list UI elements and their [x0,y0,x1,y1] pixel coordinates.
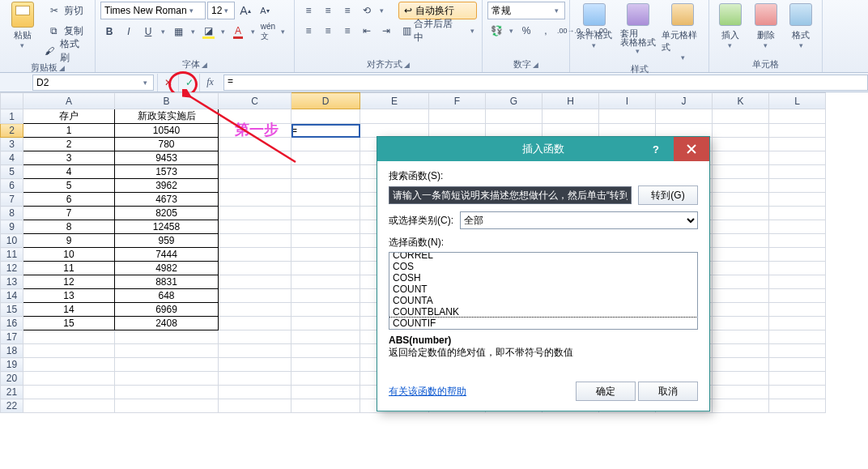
cell-H2[interactable] [542,124,599,138]
cell-D3[interactable] [291,138,360,151]
cell-I1[interactable] [599,109,656,124]
cell-K4[interactable] [713,151,769,165]
cell-B5[interactable]: 1573 [115,165,219,179]
cell-B9[interactable]: 12458 [115,220,219,234]
col-header-B[interactable]: B [115,93,219,109]
cell-C19[interactable] [219,358,291,372]
cell-A15[interactable]: 14 [23,303,115,317]
border-button[interactable]: ▦ [169,23,187,41]
cell-L4[interactable] [769,151,826,165]
cell-L2[interactable] [769,124,826,138]
underline-button[interactable]: U [139,23,157,41]
col-header-E[interactable]: E [360,93,429,109]
cell-L9[interactable] [769,220,826,234]
cell-D20[interactable] [291,372,360,386]
cell-A2[interactable]: 1 [23,124,115,138]
cell-K10[interactable] [713,234,769,248]
cell-D16[interactable] [291,317,360,330]
cell-A20[interactable] [23,372,115,386]
cell-C18[interactable] [219,344,291,358]
row-header-4[interactable]: 4 [1,151,23,165]
paste-button[interactable]: 粘贴 ▾ [5,2,40,49]
cell-A19[interactable] [23,358,115,372]
cell-C22[interactable] [219,399,291,413]
cell-B16[interactable]: 2408 [115,317,219,330]
cell-K20[interactable] [713,372,769,386]
cell-B13[interactable]: 8831 [115,275,219,289]
cell-K16[interactable] [713,317,769,330]
cell-D9[interactable] [291,220,360,234]
cell-D15[interactable] [291,303,360,317]
cell-G2[interactable] [486,124,542,138]
row-header-12[interactable]: 12 [1,262,23,275]
cell-C13[interactable] [219,275,291,289]
cell-K12[interactable] [713,262,769,275]
cell-L19[interactable] [769,358,826,372]
cell-C10[interactable] [219,234,291,248]
merge-center-button[interactable]: ▥ 合并后居中 [398,22,466,40]
cut-button[interactable]: ✂ 剪切 [44,2,90,19]
grow-font-button[interactable]: A▴ [236,2,254,19]
cell-A4[interactable]: 3 [23,151,115,165]
function-item-correl[interactable]: CORREL [389,252,697,261]
cell-K14[interactable] [713,289,769,303]
cell-L10[interactable] [769,234,826,248]
cell-B22[interactable] [115,399,219,413]
cell-C20[interactable] [219,372,291,386]
cell-L13[interactable] [769,275,826,289]
cell-C8[interactable] [219,207,291,220]
align-middle-button[interactable]: ≡ [319,2,337,19]
cell-K8[interactable] [713,207,769,220]
cell-K17[interactable] [713,330,769,344]
cell-B21[interactable] [115,386,219,399]
currency-button[interactable]: 💱 [487,22,505,40]
col-header-I[interactable]: I [599,93,656,109]
cell-A17[interactable] [23,330,115,344]
row-header-16[interactable]: 16 [1,317,23,330]
cell-B3[interactable]: 780 [115,138,219,151]
cell-L6[interactable] [769,179,826,193]
orientation-button[interactable]: ⟲ [358,2,376,19]
cell-A22[interactable] [23,399,115,413]
cell-K9[interactable] [713,220,769,234]
cell-L22[interactable] [769,399,826,413]
function-item-countblank[interactable]: COUNTBLANK [389,306,697,318]
cell-E2[interactable] [360,124,429,138]
dialog-close-button[interactable] [674,137,709,161]
align-bottom-button[interactable]: ≡ [338,2,356,19]
cell-D11[interactable] [291,248,360,262]
cell-L5[interactable] [769,165,826,179]
italic-button[interactable]: I [120,23,138,41]
bold-button[interactable]: B [100,23,118,41]
row-header-19[interactable]: 19 [1,358,23,372]
cell-J2[interactable] [656,124,713,138]
cell-C14[interactable] [219,289,291,303]
cell-D14[interactable] [291,289,360,303]
cell-C11[interactable] [219,248,291,262]
cell-I2[interactable] [599,124,656,138]
cell-L3[interactable] [769,138,826,151]
function-item-countif[interactable]: COUNTIF [389,318,697,329]
cell-C16[interactable] [219,317,291,330]
row-header-10[interactable]: 10 [1,234,23,248]
cell-L20[interactable] [769,372,826,386]
cell-B4[interactable]: 9453 [115,151,219,165]
row-header-14[interactable]: 14 [1,289,23,303]
cell-B10[interactable]: 959 [115,234,219,248]
cell-L21[interactable] [769,386,826,399]
cell-A12[interactable]: 11 [23,262,115,275]
row-header-5[interactable]: 5 [1,165,23,179]
cell-K11[interactable] [713,248,769,262]
cell-B6[interactable]: 3962 [115,179,219,193]
row-header-8[interactable]: 8 [1,207,23,220]
cell-A6[interactable]: 5 [23,179,115,193]
indent-increase-button[interactable]: ⇥ [377,22,395,40]
cell-C17[interactable] [219,330,291,344]
function-listbox[interactable]: CORRELCOSCOSHCOUNTCOUNTACOUNTBLANKCOUNTI… [389,252,698,330]
row-header-21[interactable]: 21 [1,386,23,399]
cell-K7[interactable] [713,193,769,207]
cell-A9[interactable]: 8 [23,220,115,234]
cell-B7[interactable]: 4673 [115,193,219,207]
cell-B19[interactable] [115,358,219,372]
select-all[interactable] [1,93,23,109]
